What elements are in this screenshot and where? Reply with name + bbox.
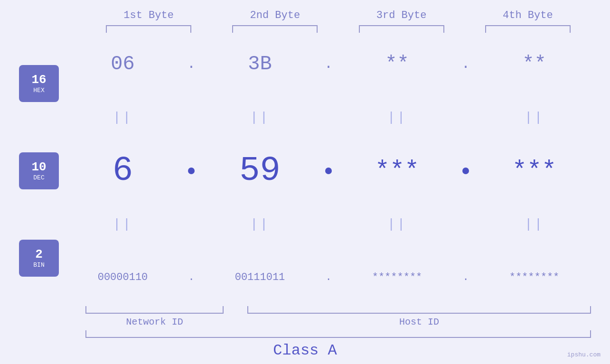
eq2-3: || — [340, 217, 454, 232]
network-id-label: Network ID — [85, 317, 224, 327]
equals-row-1: || || || || — [66, 91, 591, 144]
eq1-2: || — [203, 110, 317, 125]
dec-sep-2 — [317, 168, 340, 174]
eq2-2: || — [203, 217, 317, 232]
bin-val-1: 00000110 — [66, 271, 179, 283]
byte-header-3: 3rd Byte — [338, 9, 465, 21]
top-bracket-2 — [212, 25, 338, 33]
hex-label: HEX — [33, 87, 44, 94]
bin-sep-1: . — [179, 271, 203, 283]
eq2-1: || — [66, 217, 179, 232]
top-bracket-4 — [465, 25, 591, 33]
top-bracket-1 — [85, 25, 212, 33]
dec-number: 10 — [31, 160, 46, 174]
equals-row-2: || || || || — [66, 197, 591, 251]
hex-badge: 16 HEX — [19, 65, 59, 102]
data-grid: 06 . 3B . ** . ** || || || || 6 — [66, 37, 591, 304]
byte-header-2: 2nd Byte — [212, 9, 338, 21]
watermark: ipshu.com — [567, 351, 601, 358]
dec-val-1: 6 — [66, 151, 179, 190]
bin-sep-2: . — [317, 271, 340, 283]
class-label: Class A — [273, 342, 337, 359]
bin-val-3: ******** — [340, 271, 454, 283]
dec-val-3: *** — [340, 157, 454, 185]
host-id-bracket — [247, 306, 591, 314]
overall-bracket-row — [19, 330, 591, 338]
overall-bracket — [85, 330, 591, 338]
dec-val-4: *** — [478, 157, 591, 185]
top-bracket-3 — [338, 25, 465, 33]
hex-val-2: 3B — [203, 53, 317, 75]
hex-val-4: ** — [478, 53, 591, 75]
dec-sep-1 — [179, 168, 203, 174]
base-labels-column: 16 HEX 10 DEC 2 BIN — [19, 37, 66, 304]
dec-val-2: 59 — [203, 151, 317, 190]
eq1-4: || — [478, 110, 591, 125]
bin-number: 2 — [35, 248, 43, 261]
content-area: 16 HEX 10 DEC 2 BIN 06 . 3B . ** . ** — [19, 37, 591, 304]
hex-val-3: ** — [340, 53, 454, 75]
byte-header-4: 4th Byte — [465, 9, 591, 21]
bin-val-4: ******** — [478, 271, 591, 283]
bottom-section: Network ID Host ID — [19, 306, 591, 327]
bin-sep-3: . — [454, 271, 478, 283]
bin-label: BIN — [33, 261, 44, 269]
byte-header-1: 1st Byte — [85, 9, 212, 21]
host-id-label: Host ID — [247, 317, 591, 327]
dec-badge: 10 DEC — [19, 152, 59, 189]
main-container: 1st Byte 2nd Byte 3rd Byte 4th Byte 16 H… — [0, 0, 610, 364]
bin-values-row: 00000110 . 00111011 . ******** . *******… — [66, 251, 591, 304]
hex-val-1: 06 — [66, 53, 179, 75]
eq1-3: || — [340, 110, 454, 125]
dec-values-row: 6 59 *** *** — [66, 144, 591, 197]
top-brackets — [19, 25, 591, 33]
hex-sep-1: . — [179, 56, 203, 72]
dec-sep-3 — [454, 168, 478, 174]
eq1-1: || — [66, 110, 179, 125]
network-id-bracket — [85, 306, 224, 314]
byte-headers-row: 1st Byte 2nd Byte 3rd Byte 4th Byte — [19, 9, 591, 21]
class-row: Class A — [19, 342, 591, 359]
bottom-brackets — [85, 306, 591, 314]
dec-label: DEC — [33, 174, 44, 181]
hex-number: 16 — [31, 73, 46, 87]
hex-sep-3: . — [454, 56, 478, 72]
hex-values-row: 06 . 3B . ** . ** — [66, 37, 591, 91]
eq2-4: || — [478, 217, 591, 232]
bin-val-2: 00111011 — [203, 271, 317, 283]
hex-sep-2: . — [317, 56, 340, 72]
bottom-labels: Network ID Host ID — [85, 317, 591, 327]
bin-badge: 2 BIN — [19, 240, 59, 277]
